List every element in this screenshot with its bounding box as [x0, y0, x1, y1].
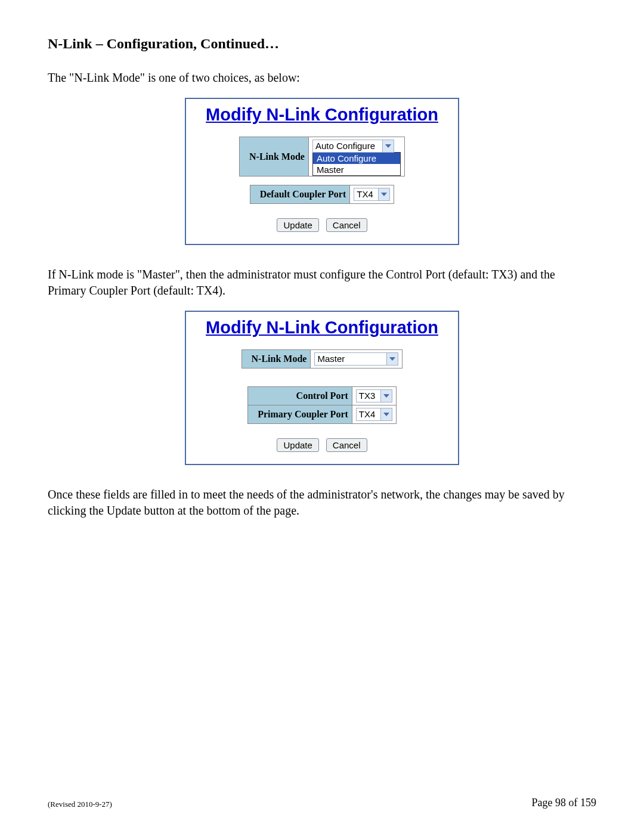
nlink-mode-value: Auto Configure: [313, 140, 382, 152]
nlink-mode-value: Master: [315, 353, 386, 365]
chevron-down-icon: [386, 353, 398, 365]
cancel-button[interactable]: Cancel: [326, 438, 367, 452]
config-panel-2: Modify N-Link Configuration N-Link Mode …: [185, 311, 459, 465]
update-button[interactable]: Update: [277, 218, 318, 232]
config-panel-1: Modify N-Link Configuration N-Link Mode …: [185, 98, 459, 245]
nlink-mode-dropdown: Auto Configure Master: [312, 152, 401, 176]
primary-coupler-select[interactable]: TX4: [356, 408, 392, 421]
control-port-row: Control Port TX3: [248, 387, 397, 405]
panel-title: Modify N-Link Configuration: [192, 105, 452, 125]
default-coupler-value: TX4: [354, 188, 378, 200]
primary-coupler-row: Primary Coupler Port TX4: [248, 405, 397, 424]
cancel-button[interactable]: Cancel: [326, 218, 367, 232]
chevron-down-icon: [380, 408, 392, 420]
update-button[interactable]: Update: [277, 438, 318, 452]
intro-paragraph-2: If N-Link mode is "Master", then the adm…: [48, 267, 596, 299]
chevron-down-icon: [378, 188, 389, 200]
default-coupler-select[interactable]: TX4: [354, 188, 390, 201]
chevron-down-icon: [380, 390, 392, 402]
nlink-mode-label: N-Link Mode: [240, 137, 309, 176]
intro-paragraph-3: Once these fields are filled in to meet …: [48, 487, 596, 519]
primary-coupler-label: Primary Coupler Port: [248, 405, 352, 424]
chevron-down-icon: [382, 140, 394, 152]
panel-title: Modify N-Link Configuration: [192, 318, 452, 337]
dropdown-option-master[interactable]: Master: [313, 164, 400, 175]
nlink-mode-row-2: N-Link Mode Master: [242, 349, 403, 368]
page-number: Page 98 of 159: [532, 797, 596, 809]
revised-date: (Revised 2010-9-27): [48, 800, 112, 809]
master-ports-table: Control Port TX3 Primary Coupler Port: [247, 386, 397, 424]
control-port-value: TX3: [357, 390, 380, 402]
default-coupler-row: Default Coupler Port TX4: [250, 185, 395, 204]
control-port-label: Control Port: [248, 387, 352, 405]
intro-paragraph-1: The "N-Link Mode" is one of two choices,…: [48, 70, 596, 86]
dropdown-option-auto[interactable]: Auto Configure: [313, 153, 400, 164]
control-port-select[interactable]: TX3: [356, 389, 392, 402]
default-coupler-label: Default Coupler Port: [250, 185, 350, 204]
nlink-mode-label: N-Link Mode: [242, 350, 311, 368]
nlink-mode-select[interactable]: Master: [314, 352, 398, 366]
nlink-mode-select[interactable]: Auto Configure: [312, 140, 394, 153]
primary-coupler-value: TX4: [357, 408, 380, 420]
nlink-mode-row: N-Link Mode Auto Configure Auto Configur…: [239, 137, 405, 176]
page-heading: N-Link – Configuration, Continued…: [48, 36, 596, 52]
page-footer: (Revised 2010-9-27) Page 98 of 159: [48, 797, 596, 809]
